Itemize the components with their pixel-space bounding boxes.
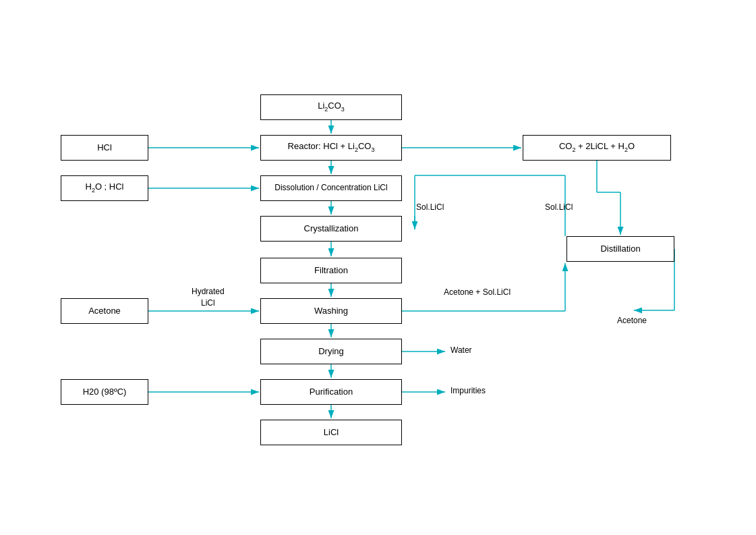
li2co3-box: Li2CO3 [260, 94, 402, 120]
filtration-box: Filtration [260, 258, 402, 283]
acetone-label: Acetone [88, 306, 121, 317]
h2o-98-box: H20 (98ºC) [61, 379, 148, 405]
licl-box: LiCl [260, 420, 402, 445]
crystallization-box: Crystallization [260, 216, 402, 242]
purification-label: Purification [310, 387, 353, 398]
hcl-label: HCl [97, 142, 112, 154]
water-label: Water [450, 345, 472, 355]
crystallization-label: Crystallization [304, 223, 359, 235]
sol-licl-right-label: Sol.LiCl [545, 202, 573, 212]
reactor-box: Reactor: HCl + Li2CO3 [260, 135, 402, 161]
washing-label: Washing [314, 306, 348, 317]
drying-label: Drying [318, 346, 344, 358]
dissolution-box: Dissolution / Concentration LiCl [260, 175, 402, 201]
filtration-label: Filtration [314, 265, 348, 277]
acetone-sol-label: Acetone + Sol.LiCl [444, 287, 511, 297]
reactor-label: Reactor: HCl + Li2CO3 [288, 141, 375, 154]
purification-box: Purification [260, 379, 402, 405]
co2-label: CO2 + 2LiCL + H2O [559, 141, 635, 154]
hydrated-licl-label: HydratedLiCl [192, 286, 225, 309]
sol-licl-left-label: Sol.LiCl [416, 202, 444, 212]
co2-box: CO2 + 2LiCL + H2O [523, 135, 671, 161]
acetone-output-label: Acetone [617, 316, 647, 325]
hcl-box: HCl [61, 135, 148, 161]
washing-box: Washing [260, 298, 402, 324]
distillation-box: Distillation [566, 236, 674, 262]
h2o-98-label: H20 (98ºC) [83, 387, 127, 398]
impurities-label: Impurities [450, 386, 486, 395]
acetone-box: Acetone [61, 298, 148, 324]
licl-label: LiCl [324, 427, 339, 439]
distillation-label: Distillation [600, 244, 640, 255]
h2o-hcl-label: H2O ; HCl [85, 181, 123, 194]
drying-box: Drying [260, 339, 402, 364]
li2co3-label: Li2CO3 [318, 101, 345, 113]
dissolution-label: Dissolution / Concentration LiCl [274, 183, 387, 194]
h2o-hcl-box: H2O ; HCl [61, 175, 148, 201]
process-flow-diagram: Li2CO3 Reactor: HCl + Li2CO3 HCl CO2 + 2… [0, 0, 756, 535]
